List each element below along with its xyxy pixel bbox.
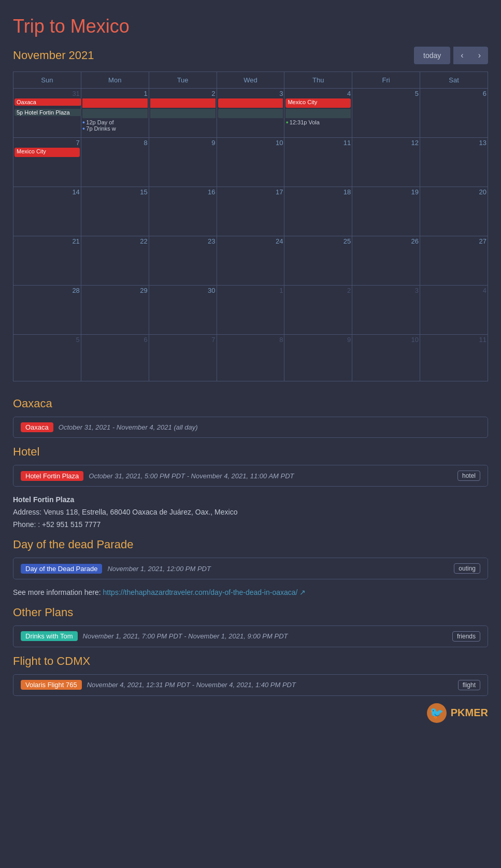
cal-dec11[interactable]: 11 — [420, 335, 488, 381]
flight-tag: Volaris Flight 765 — [21, 680, 82, 690]
cal-nov28[interactable]: 28 — [13, 286, 81, 335]
cal-nov19[interactable]: 19 — [352, 187, 420, 236]
day-num-30: 30 — [150, 287, 216, 294]
cal-nov22[interactable]: 22 — [81, 236, 149, 286]
cal-nov1[interactable]: 1 ●12p Day of ●7p Drinks w — [81, 89, 149, 138]
today-button[interactable]: today — [414, 47, 450, 64]
calendar-main: Sun Mon Tue Wed Thu Fri Sat 31 Oaxaca 5p… — [13, 72, 488, 381]
drinks-badge: friends — [452, 631, 480, 642]
oaxaca-event-card[interactable]: Oaxaca October 31, 2021 - November 4, 20… — [13, 417, 488, 438]
parade-event[interactable]: ●12p Day of — [82, 119, 148, 125]
next-month-button[interactable]: › — [471, 47, 488, 64]
parade-more-info: See more information here: https://theha… — [13, 587, 488, 598]
month-label: November 2021 — [13, 49, 414, 62]
cal-nov15[interactable]: 15 — [81, 187, 149, 236]
cal-dec6[interactable]: 6 — [81, 335, 149, 381]
hotel-event-card[interactable]: Hotel Fortin Plaza October 31, 2021, 5:0… — [13, 465, 488, 487]
cal-nov13[interactable]: 13 — [420, 138, 488, 187]
flight-time: November 4, 2021, 12:31 PM PDT - Novembe… — [87, 681, 453, 689]
pkmer-icon: 🐦 — [427, 703, 447, 723]
col-header-thu: Thu — [284, 72, 352, 89]
cal-nov4[interactable]: 4 Mexico City ●12:31p Vola — [284, 89, 352, 138]
cal-nov20[interactable]: 20 — [420, 187, 488, 236]
cal-nov10[interactable]: 10 — [217, 138, 284, 187]
cal-dec2[interactable]: 2 — [284, 286, 352, 335]
day-num-3: 3 — [218, 90, 283, 97]
week-row-5: 28 29 30 1 2 3 4 — [13, 286, 488, 335]
day-num-27: 27 — [421, 237, 486, 245]
cal-nov11[interactable]: 11 — [284, 138, 352, 187]
drinks-event[interactable]: ●7p Drinks w — [82, 125, 148, 132]
oaxaca-time: October 31, 2021 - November 4, 2021 (all… — [59, 423, 480, 431]
day-num-24: 24 — [218, 237, 283, 245]
hotel-time: October 31, 2021, 5:00 PM PDT - November… — [89, 472, 452, 480]
week-row-3: 14 15 16 17 18 19 20 — [13, 187, 488, 236]
cal-nov14[interactable]: 14 — [13, 187, 81, 236]
cal-nov17[interactable]: 17 — [217, 187, 284, 236]
cal-nov29[interactable]: 29 — [81, 286, 149, 335]
hotel-bar-oct31[interactable]: 5p Hotel Fortin Plaza — [15, 109, 81, 116]
cal-nov24[interactable]: 24 — [217, 236, 284, 286]
mexico-city-cont[interactable]: Mexico City — [15, 148, 80, 157]
cal-nov9[interactable]: 9 — [149, 138, 217, 187]
volaris-event[interactable]: ●12:31p Vola — [285, 119, 351, 125]
cal-nov8[interactable]: 8 — [81, 138, 149, 187]
day-num-dec1: 1 — [218, 287, 283, 294]
cal-nov23[interactable]: 23 — [149, 236, 217, 286]
cal-dec9[interactable]: 9 — [284, 335, 352, 381]
cal-nov18[interactable]: 18 — [284, 187, 352, 236]
day-num-4: 4 — [285, 90, 351, 97]
cal-nov6[interactable]: 6 — [420, 89, 488, 138]
day-num-12: 12 — [353, 139, 419, 147]
day-num-dec6: 6 — [82, 336, 148, 344]
parade-event-card[interactable]: Day of the Dead Parade November 1, 2021,… — [13, 558, 488, 579]
hotel-address: Address: Venus 118, Estrella, 68040 Oaxa… — [13, 506, 488, 519]
parade-section-title: Day of the dead Parade — [13, 538, 488, 551]
day-num-13: 13 — [421, 139, 486, 147]
day-num-17: 17 — [218, 188, 283, 196]
cal-nov5[interactable]: 5 — [352, 89, 420, 138]
cal-nov16[interactable]: 16 — [149, 187, 217, 236]
cal-dec7[interactable]: 7 — [149, 335, 217, 381]
day-num-oct31: 31 — [15, 90, 80, 97]
cal-nov12[interactable]: 12 — [352, 138, 420, 187]
cal-dec3[interactable]: 3 — [352, 286, 420, 335]
flight-section-title: Flight to CDMX — [13, 654, 488, 668]
cal-nov30[interactable]: 30 — [149, 286, 217, 335]
cal-nov7[interactable]: 7 Mexico City — [13, 138, 81, 187]
hotel-tag: Hotel Fortin Plaza — [21, 471, 83, 481]
calendar-header: Sun Mon Tue Wed Thu Fri Sat — [13, 72, 488, 89]
cal-oct31[interactable]: 31 Oaxaca 5p Hotel Fortin Plaza — [13, 89, 81, 138]
cal-nov3[interactable]: 3 — [217, 89, 284, 138]
parade-tag: Day of the Dead Parade — [21, 564, 102, 574]
day-num-dec5: 5 — [15, 336, 80, 344]
cal-nov27[interactable]: 27 — [420, 236, 488, 286]
oaxaca-section-title: Oaxaca — [13, 397, 488, 410]
parade-time: November 1, 2021, 12:00 PM PDT — [107, 565, 449, 573]
day-num-15: 15 — [82, 188, 148, 196]
cal-nov25[interactable]: 25 — [284, 236, 352, 286]
prev-month-button[interactable]: ‹ — [453, 47, 470, 64]
cal-dec10[interactable]: 10 — [352, 335, 420, 381]
cal-nov2[interactable]: 2 — [149, 89, 217, 138]
cal-dec1[interactable]: 1 — [217, 286, 284, 335]
day-num-dec4: 4 — [421, 287, 486, 294]
mexico-city-bar[interactable]: Mexico City — [285, 98, 351, 108]
oaxaca-bar[interactable]: Oaxaca — [15, 98, 81, 106]
day-num-8: 8 — [82, 139, 148, 147]
hotel-details: Hotel Fortin Plaza Address: Venus 118, E… — [13, 494, 488, 531]
day-num-21: 21 — [15, 237, 80, 245]
cal-dec4[interactable]: 4 — [420, 286, 488, 335]
cal-dec5[interactable]: 5 — [13, 335, 81, 381]
hotel-section-title: Hotel — [13, 445, 488, 459]
cal-nov26[interactable]: 26 — [352, 236, 420, 286]
day-num-dec3: 3 — [353, 287, 419, 294]
flight-event-card[interactable]: Volaris Flight 765 November 4, 2021, 12:… — [13, 674, 488, 696]
col-header-mon: Mon — [81, 72, 149, 89]
other-plans-event-card[interactable]: Drinks with Tom November 1, 2021, 7:00 P… — [13, 625, 488, 647]
day-num-dec10: 10 — [353, 336, 419, 344]
col-header-fri: Fri — [352, 72, 420, 89]
cal-dec8[interactable]: 8 — [217, 335, 284, 381]
parade-link[interactable]: https://thehaphazardtraveler.com/day-of-… — [103, 588, 306, 596]
cal-nov21[interactable]: 21 — [13, 236, 81, 286]
